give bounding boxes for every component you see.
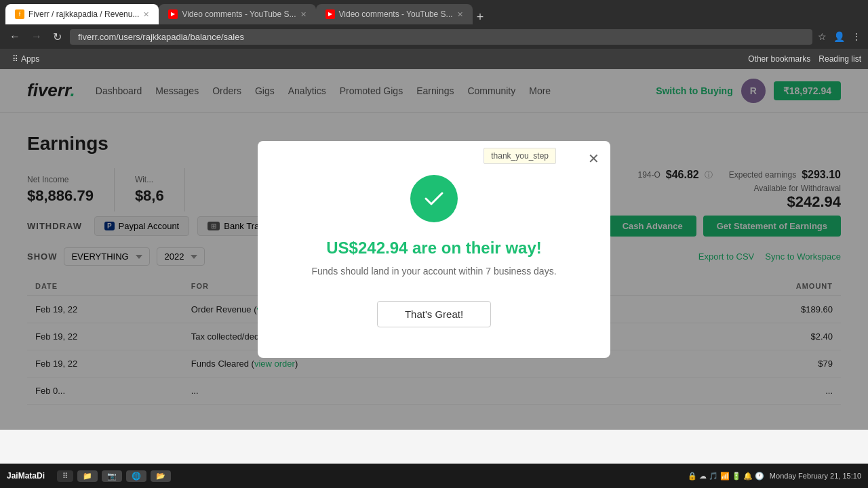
page: fiverr. Dashboard Messages Orders Gigs A… (0, 69, 868, 430)
taskbar-right: 🔒 ☁ 🎵 📶 🔋 🔔 🕐 Monday February 21, 15:10 (688, 472, 861, 481)
success-modal: ✕ US$242.94 are on their way! Funds shou… (258, 141, 610, 358)
tab-fiverr[interactable]: f Fiverr / rajkkapadia / Revenu... ✕ (5, 4, 159, 24)
tab-close-yt1[interactable]: ✕ (300, 10, 307, 19)
forward-button[interactable]: → (28, 30, 45, 43)
browser-nav-icons: ☆ 👤 ⋮ (818, 31, 861, 42)
apps-label: Apps (21, 54, 39, 64)
apps-bookmark[interactable]: ⠿ Apps (7, 53, 45, 65)
modal-overlay: ✕ US$242.94 are on their way! Funds shou… (0, 69, 868, 430)
tab-bar: f Fiverr / rajkkapadia / Revenu... ✕ ▶ V… (0, 0, 868, 24)
tab-yt1[interactable]: ▶ Video comments - YouTube S... ✕ (159, 4, 315, 24)
taskbar: JaiMataDi ⠿ 📁 📷 🌐 📂 🔒 ☁ 🎵 📶 🔋 🔔 🕐 Monday… (0, 464, 868, 488)
tab-yt2[interactable]: ▶ Video comments - YouTube S... ✕ (316, 4, 473, 24)
taskbar-icon-browser[interactable]: 🌐 (126, 470, 146, 482)
profile-icon[interactable]: 👤 (833, 31, 845, 42)
fiverr-favicon: f (15, 9, 24, 19)
tooltip: thank_you_step (484, 148, 556, 164)
page-inner: fiverr. Dashboard Messages Orders Gigs A… (0, 69, 868, 430)
taskbar-icon-folder[interactable]: 📂 (151, 470, 171, 482)
taskbar-time: Monday February 21, 15:10 (770, 472, 861, 480)
browser-nav-bar: ← → ↻ fiverr.com/users/rajkkapadia/balan… (0, 24, 868, 49)
other-bookmarks[interactable]: Other bookmarks (748, 54, 810, 64)
tab-fiverr-label: Fiverr / rajkkapadia / Revenu... (28, 9, 139, 19)
modal-title: US$242.94 are on their way! (326, 239, 541, 258)
address-text: fiverr.com/users/rajkkapadia/balance/sal… (78, 32, 244, 42)
tab-close-fiverr[interactable]: ✕ (143, 10, 149, 19)
taskbar-icon-camera[interactable]: 📷 (102, 470, 122, 482)
back-button[interactable]: ← (7, 30, 23, 43)
modal-close-button[interactable]: ✕ (588, 152, 599, 165)
yt2-favicon: ▶ (326, 9, 335, 19)
address-bar[interactable]: fiverr.com/users/rajkkapadia/balance/sal… (70, 29, 812, 45)
reload-button[interactable]: ↻ (50, 30, 64, 43)
tab-close-yt2[interactable]: ✕ (457, 10, 463, 19)
tab-yt1-label: Video comments - YouTube S... (182, 9, 296, 19)
yt1-favicon: ▶ (168, 9, 178, 19)
new-tab-button[interactable]: + (473, 10, 488, 24)
modal-description: Funds should land in your account within… (311, 266, 556, 277)
taskbar-icon-apps[interactable]: ⠿ (57, 470, 73, 482)
thats-great-button[interactable]: That's Great! (377, 301, 491, 327)
bookmarks-bar: ⠿ Apps Other bookmarks Reading list (0, 49, 868, 69)
apps-icon: ⠿ (12, 54, 18, 64)
checkmark-icon (422, 186, 446, 211)
reading-list[interactable]: Reading list (818, 54, 861, 64)
taskbar-items: ⠿ 📁 📷 🌐 📂 (57, 470, 171, 482)
tab-yt2-label: Video comments - YouTube S... (339, 9, 453, 19)
taskbar-start-label[interactable]: JaiMataDi (7, 471, 45, 481)
taskbar-sys-icons: 🔒 ☁ 🎵 📶 🔋 🔔 🕐 (688, 472, 764, 481)
taskbar-icon-files[interactable]: 📁 (77, 470, 98, 482)
more-icon[interactable]: ⋮ (852, 31, 861, 42)
success-icon (410, 175, 458, 222)
bookmark-icon[interactable]: ☆ (818, 31, 827, 42)
